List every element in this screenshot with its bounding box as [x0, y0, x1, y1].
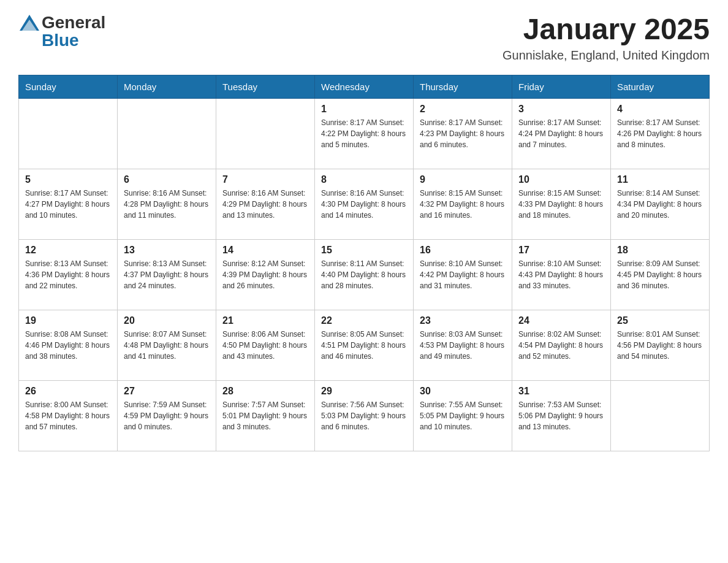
- calendar-subtitle: Gunnislake, England, United Kingdom: [502, 48, 710, 63]
- day-info: Sunrise: 8:00 AM Sunset: 4:58 PM Dayligh…: [25, 399, 111, 432]
- week-row-1: 1Sunrise: 8:17 AM Sunset: 4:22 PM Daylig…: [19, 99, 710, 169]
- day-number: 7: [222, 174, 308, 185]
- calendar-cell: 3Sunrise: 8:17 AM Sunset: 4:24 PM Daylig…: [512, 99, 611, 169]
- day-info: Sunrise: 8:17 AM Sunset: 4:23 PM Dayligh…: [420, 117, 506, 150]
- day-number: 30: [420, 386, 506, 397]
- calendar-cell: 5Sunrise: 8:17 AM Sunset: 4:27 PM Daylig…: [19, 169, 118, 240]
- week-row-4: 19Sunrise: 8:08 AM Sunset: 4:46 PM Dayli…: [19, 310, 710, 381]
- day-number: 8: [321, 174, 407, 185]
- calendar-table: Sunday Monday Tuesday Wednesday Thursday…: [18, 75, 710, 451]
- day-number: 20: [124, 315, 210, 326]
- calendar-cell: 30Sunrise: 7:55 AM Sunset: 5:05 PM Dayli…: [414, 381, 512, 451]
- calendar-cell: 7Sunrise: 8:16 AM Sunset: 4:29 PM Daylig…: [216, 169, 315, 240]
- calendar-cell: 26Sunrise: 8:00 AM Sunset: 4:58 PM Dayli…: [19, 381, 118, 451]
- calendar-cell: 24Sunrise: 8:02 AM Sunset: 4:54 PM Dayli…: [512, 310, 611, 381]
- calendar-cell: 23Sunrise: 8:03 AM Sunset: 4:53 PM Dayli…: [414, 310, 512, 381]
- day-number: 18: [617, 245, 703, 256]
- day-info: Sunrise: 7:55 AM Sunset: 5:05 PM Dayligh…: [420, 399, 506, 432]
- calendar-cell: 31Sunrise: 7:53 AM Sunset: 5:06 PM Dayli…: [512, 381, 611, 451]
- calendar-cell: 8Sunrise: 8:16 AM Sunset: 4:30 PM Daylig…: [315, 169, 414, 240]
- day-number: 10: [518, 174, 604, 185]
- day-number: 31: [518, 386, 604, 397]
- page-header: General Blue January 2025 Gunnislake, En…: [18, 12, 710, 63]
- day-number: 19: [25, 315, 111, 326]
- calendar-cell: 29Sunrise: 7:56 AM Sunset: 5:03 PM Dayli…: [315, 381, 414, 451]
- day-info: Sunrise: 8:16 AM Sunset: 4:29 PM Dayligh…: [222, 188, 308, 221]
- header-friday: Friday: [512, 75, 611, 99]
- day-info: Sunrise: 8:10 AM Sunset: 4:42 PM Dayligh…: [420, 258, 506, 291]
- title-area: January 2025 Gunnislake, England, United…: [502, 12, 710, 63]
- calendar-cell: [611, 381, 710, 451]
- calendar-cell: 4Sunrise: 8:17 AM Sunset: 4:26 PM Daylig…: [611, 99, 710, 169]
- day-number: 12: [25, 245, 111, 256]
- calendar-cell: [216, 99, 315, 169]
- day-number: 13: [124, 245, 210, 256]
- logo-icon: [18, 13, 40, 33]
- calendar-cell: 22Sunrise: 8:05 AM Sunset: 4:51 PM Dayli…: [315, 310, 414, 381]
- day-number: 16: [420, 245, 506, 256]
- day-number: 24: [518, 315, 604, 326]
- day-info: Sunrise: 8:12 AM Sunset: 4:39 PM Dayligh…: [222, 258, 308, 291]
- day-number: 17: [518, 245, 604, 256]
- calendar-cell: 27Sunrise: 7:59 AM Sunset: 4:59 PM Dayli…: [118, 381, 216, 451]
- day-info: Sunrise: 8:09 AM Sunset: 4:45 PM Dayligh…: [617, 258, 703, 291]
- day-number: 2: [420, 104, 506, 115]
- calendar-cell: [118, 99, 216, 169]
- day-info: Sunrise: 8:14 AM Sunset: 4:34 PM Dayligh…: [617, 188, 703, 221]
- header-monday: Monday: [118, 75, 216, 99]
- day-info: Sunrise: 8:17 AM Sunset: 4:24 PM Dayligh…: [518, 117, 604, 150]
- calendar-cell: 13Sunrise: 8:13 AM Sunset: 4:37 PM Dayli…: [118, 240, 216, 310]
- day-number: 25: [617, 315, 703, 326]
- day-info: Sunrise: 8:15 AM Sunset: 4:32 PM Dayligh…: [420, 188, 506, 221]
- weekday-header-row: Sunday Monday Tuesday Wednesday Thursday…: [19, 75, 710, 99]
- day-number: 15: [321, 245, 407, 256]
- day-info: Sunrise: 8:15 AM Sunset: 4:33 PM Dayligh…: [518, 188, 604, 221]
- day-info: Sunrise: 8:11 AM Sunset: 4:40 PM Dayligh…: [321, 258, 407, 291]
- header-tuesday: Tuesday: [216, 75, 315, 99]
- day-info: Sunrise: 8:02 AM Sunset: 4:54 PM Dayligh…: [518, 329, 604, 362]
- day-info: Sunrise: 8:13 AM Sunset: 4:36 PM Dayligh…: [25, 258, 111, 291]
- calendar-cell: 18Sunrise: 8:09 AM Sunset: 4:45 PM Dayli…: [611, 240, 710, 310]
- calendar-cell: 16Sunrise: 8:10 AM Sunset: 4:42 PM Dayli…: [414, 240, 512, 310]
- calendar-cell: 2Sunrise: 8:17 AM Sunset: 4:23 PM Daylig…: [414, 99, 512, 169]
- week-row-5: 26Sunrise: 8:00 AM Sunset: 4:58 PM Dayli…: [19, 381, 710, 451]
- day-number: 5: [25, 174, 111, 185]
- logo-text-general: General: [42, 13, 105, 33]
- calendar-cell: 9Sunrise: 8:15 AM Sunset: 4:32 PM Daylig…: [414, 169, 512, 240]
- calendar-cell: 19Sunrise: 8:08 AM Sunset: 4:46 PM Dayli…: [19, 310, 118, 381]
- header-wednesday: Wednesday: [315, 75, 414, 99]
- calendar-title: January 2025: [502, 12, 710, 46]
- calendar-cell: [19, 99, 118, 169]
- calendar-cell: 25Sunrise: 8:01 AM Sunset: 4:56 PM Dayli…: [611, 310, 710, 381]
- day-number: 26: [25, 386, 111, 397]
- day-number: 1: [321, 104, 407, 115]
- calendar-cell: 28Sunrise: 7:57 AM Sunset: 5:01 PM Dayli…: [216, 381, 315, 451]
- day-info: Sunrise: 8:16 AM Sunset: 4:28 PM Dayligh…: [124, 188, 210, 221]
- day-number: 14: [222, 245, 308, 256]
- header-thursday: Thursday: [414, 75, 512, 99]
- logo-general-row: General: [18, 12, 105, 33]
- day-info: Sunrise: 7:53 AM Sunset: 5:06 PM Dayligh…: [518, 399, 604, 432]
- day-info: Sunrise: 8:10 AM Sunset: 4:43 PM Dayligh…: [518, 258, 604, 291]
- day-number: 11: [617, 174, 703, 185]
- day-number: 23: [420, 315, 506, 326]
- logo: General Blue: [18, 12, 105, 50]
- header-sunday: Sunday: [19, 75, 118, 99]
- day-info: Sunrise: 8:13 AM Sunset: 4:37 PM Dayligh…: [124, 258, 210, 291]
- day-info: Sunrise: 8:05 AM Sunset: 4:51 PM Dayligh…: [321, 329, 407, 362]
- day-info: Sunrise: 8:01 AM Sunset: 4:56 PM Dayligh…: [617, 329, 703, 362]
- day-number: 22: [321, 315, 407, 326]
- day-info: Sunrise: 8:08 AM Sunset: 4:46 PM Dayligh…: [25, 329, 111, 362]
- calendar-cell: 17Sunrise: 8:10 AM Sunset: 4:43 PM Dayli…: [512, 240, 611, 310]
- calendar-cell: 21Sunrise: 8:06 AM Sunset: 4:50 PM Dayli…: [216, 310, 315, 381]
- day-info: Sunrise: 8:06 AM Sunset: 4:50 PM Dayligh…: [222, 329, 308, 362]
- logo-text-blue-row: Blue: [42, 31, 79, 50]
- calendar-cell: 1Sunrise: 8:17 AM Sunset: 4:22 PM Daylig…: [315, 99, 414, 169]
- calendar-cell: 10Sunrise: 8:15 AM Sunset: 4:33 PM Dayli…: [512, 169, 611, 240]
- day-number: 29: [321, 386, 407, 397]
- calendar-cell: 6Sunrise: 8:16 AM Sunset: 4:28 PM Daylig…: [118, 169, 216, 240]
- day-number: 9: [420, 174, 506, 185]
- day-info: Sunrise: 7:59 AM Sunset: 4:59 PM Dayligh…: [124, 399, 210, 432]
- calendar-cell: 15Sunrise: 8:11 AM Sunset: 4:40 PM Dayli…: [315, 240, 414, 310]
- calendar-cell: 11Sunrise: 8:14 AM Sunset: 4:34 PM Dayli…: [611, 169, 710, 240]
